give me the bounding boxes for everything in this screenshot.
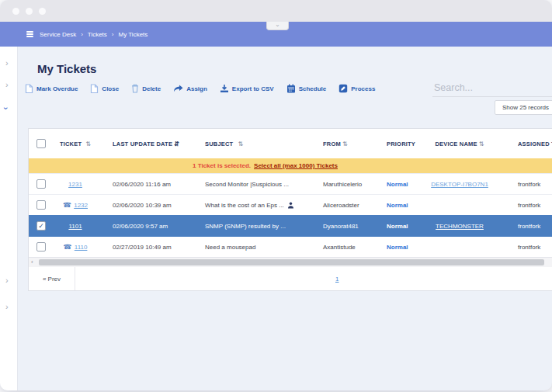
show-records-button[interactable]: Show 25 records: [495, 100, 552, 115]
cell-assigned: frontfork: [502, 202, 552, 209]
phone-icon: ☎: [63, 202, 71, 209]
download-icon: [220, 84, 229, 93]
device-link[interactable]: TECHMONSTER: [436, 223, 484, 230]
search-input[interactable]: [432, 79, 552, 97]
cell-from: Maruthicelerio: [304, 181, 366, 188]
page: › Service Desk › Tickets › My Tickets › …: [0, 0, 552, 392]
close-label: Close: [102, 85, 119, 92]
window-titlebar: [0, 0, 552, 23]
chevron-down-icon: ›: [274, 25, 280, 27]
cell-subject: What is the cost of an Eps ...: [205, 202, 284, 209]
cell-assigned: frontfork: [502, 181, 552, 188]
sort-icon: ⇵: [174, 140, 179, 147]
chevron-right-icon[interactable]: ›: [5, 59, 9, 68]
schedule-button[interactable]: Schedule: [286, 84, 327, 93]
chevron-down-icon[interactable]: ›: [2, 107, 10, 110]
ticket-link[interactable]: 1232: [74, 202, 88, 209]
priority-badge: Normal: [387, 181, 408, 188]
column-header-ticket[interactable]: TICKET⇅: [54, 140, 97, 147]
cell-date: 02/06/2020 9:57 am: [97, 223, 187, 230]
page-number-link[interactable]: 1: [335, 276, 338, 283]
document-icon: [90, 84, 99, 93]
collapse-tab[interactable]: ›: [266, 22, 289, 30]
main-area: › › › › › My Tickets Mark Overdue: [0, 47, 552, 390]
menu-icon[interactable]: [26, 30, 33, 39]
cell-assigned: frontfork: [502, 223, 552, 230]
sort-icon: ⇅: [85, 140, 91, 147]
select-all-checkbox[interactable]: [36, 139, 46, 148]
content-area: My Tickets Mark Overdue Close: [17, 47, 552, 390]
assign-label: Assign: [186, 85, 207, 92]
ticket-link[interactable]: 1110: [75, 244, 88, 251]
tickets-table: TICKET⇅ LAST UPDATE DATE⇵ SUBJECT⇅ FROM⇅: [28, 128, 552, 291]
process-label: Process: [351, 85, 375, 92]
ticket-link[interactable]: 1101: [68, 223, 82, 230]
horizontal-scrollbar[interactable]: ‹: [29, 257, 552, 267]
table-row-selected[interactable]: ✓ 1101 02/06/2020 9:57 am SNMP (SNMP) re…: [29, 215, 552, 236]
window-dot-1[interactable]: [12, 8, 19, 15]
top-nav-bar: › Service Desk › Tickets › My Tickets: [0, 22, 552, 47]
table-header-row: TICKET⇅ LAST UPDATE DATE⇵ SUBJECT⇅ FROM⇅: [29, 129, 552, 158]
selected-count-text: 1 Ticket is selected.: [193, 162, 251, 169]
subject-flag-icon: [287, 202, 294, 209]
breadcrumb-tickets[interactable]: Tickets: [88, 31, 107, 38]
row-checkbox[interactable]: [36, 179, 46, 189]
chevron-right-icon[interactable]: ›: [5, 276, 9, 285]
row-checkbox[interactable]: [36, 242, 46, 252]
cell-from: Axantistude: [304, 244, 366, 251]
cell-date: 02/27/2019 10:49 am: [97, 244, 187, 251]
edit-icon: [338, 84, 348, 93]
breadcrumb: Service Desk › Tickets › My Tickets: [26, 22, 148, 47]
mark-overdue-button[interactable]: Mark Overdue: [25, 84, 78, 93]
device-link[interactable]: DESKTOP-I7BO7N1: [431, 181, 488, 188]
column-header-priority[interactable]: PRIORITY⇅: [366, 140, 417, 147]
cell-date: 02/06/2020 10:39 am: [97, 202, 187, 209]
cell-subject: SNMP (SNMP) resulted by ...: [205, 223, 286, 230]
page-title: My Tickets: [37, 62, 96, 75]
document-icon: [25, 84, 33, 93]
row-checkbox[interactable]: [36, 200, 46, 210]
breadcrumb-my-tickets[interactable]: My Tickets: [119, 31, 148, 38]
pagination: « Prev 1: [29, 267, 552, 290]
chevron-right-icon[interactable]: ›: [5, 81, 9, 89]
column-header-from[interactable]: FROM⇅: [304, 140, 366, 147]
delete-button[interactable]: Delete: [131, 84, 161, 93]
table-row[interactable]: ☎ 1110 02/27/2019 10:49 am Need a mousep…: [29, 236, 552, 257]
process-button[interactable]: Process: [338, 84, 375, 93]
trash-icon: [131, 84, 139, 93]
breadcrumb-service-desk[interactable]: Service Desk: [40, 31, 76, 38]
priority-badge: Normal: [387, 202, 408, 209]
breadcrumb-separator: ›: [112, 31, 114, 38]
table-row[interactable]: 1231 02/06/2020 11:16 am Second Monitor …: [29, 173, 552, 194]
ticket-toolbar: Mark Overdue Close Delete: [25, 84, 375, 93]
table-row[interactable]: ☎ 1232 02/06/2020 10:39 am What is the c…: [29, 194, 552, 215]
calendar-icon: [286, 84, 296, 93]
close-button[interactable]: Close: [90, 84, 119, 93]
priority-badge: Normal: [387, 244, 408, 251]
cell-subject: Second Monitor |Suspicious ...: [205, 181, 289, 188]
column-header-assigned-to[interactable]: ASSIGNED TO⇅: [502, 140, 552, 147]
sort-icon: ⇅: [479, 140, 484, 147]
phone-icon: ☎: [64, 244, 72, 251]
left-rail: › › › › ›: [0, 47, 18, 390]
column-header-device-name[interactable]: DEVICE NAME⇅: [417, 140, 502, 147]
window-dot-3[interactable]: [39, 8, 46, 15]
cell-subject: Need a mousepad: [205, 244, 255, 251]
cell-assigned: frontfork: [502, 244, 552, 251]
column-header-subject[interactable]: SUBJECT⇅: [187, 140, 304, 147]
scroll-left-icon[interactable]: ‹: [31, 258, 33, 265]
breadcrumb-separator: ›: [81, 31, 83, 38]
window-dot-2[interactable]: [26, 8, 33, 15]
chevron-right-icon[interactable]: ›: [5, 303, 9, 311]
select-all-link[interactable]: Select all (max 1000) Tickets: [254, 162, 338, 169]
cell-from: Aliceroadster: [304, 202, 366, 209]
ticket-link[interactable]: 1231: [68, 181, 82, 188]
prev-page-button[interactable]: « Prev: [29, 267, 75, 290]
cell-from: Dyanorat481: [304, 223, 366, 230]
assign-button[interactable]: Assign: [173, 85, 207, 92]
column-header-last-update-date[interactable]: LAST UPDATE DATE⇵: [97, 140, 187, 147]
arrow-forward-icon: [173, 85, 183, 92]
export-csv-button[interactable]: Export to CSV: [220, 84, 274, 93]
scrollbar-thumb[interactable]: [39, 259, 544, 265]
row-checkbox-checked[interactable]: ✓: [36, 221, 46, 231]
